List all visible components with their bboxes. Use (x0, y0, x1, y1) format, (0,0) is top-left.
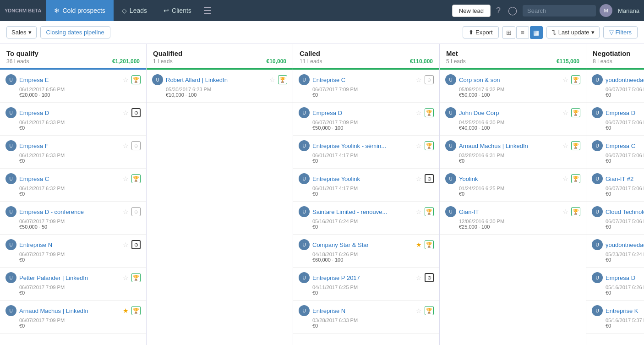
table-row[interactable]: U Robert Allard | LinkedIn ☆ 🏆 05/30/201… (147, 70, 293, 103)
star-icon[interactable]: ★ (416, 241, 422, 248)
table-row[interactable]: U Entreprise N ☆ ⊙ 06/07/2017 7:09 PM €0 (0, 235, 146, 268)
star-icon[interactable]: ☆ (562, 109, 568, 116)
star-icon[interactable]: ☆ (269, 76, 275, 83)
card-amount: €0 (299, 92, 434, 98)
bookmark-icon[interactable]: ◯ (506, 5, 519, 16)
table-row[interactable]: U Petter Palander | LinkedIn ☆ 🏆 06/07/2… (0, 268, 146, 301)
table-row[interactable]: U Empresa C ☆ 06/07/2017 5:06 PM €0 (586, 136, 644, 169)
star-icon[interactable]: ☆ (416, 274, 422, 281)
avatar: U (592, 239, 603, 250)
star-icon[interactable]: ☆ (416, 175, 422, 182)
star-icon[interactable]: ☆ (123, 274, 129, 281)
table-row[interactable]: U Gian-IT ☆ 🏆 12/06/2016 6:30 PM €25,000… (440, 202, 586, 235)
table-row[interactable]: U Empresa D ☆ 05/16/2017 6:26 PM €0 (586, 268, 644, 301)
star-icon[interactable]: ☆ (416, 208, 422, 215)
col-cards-qualified: U Robert Allard | LinkedIn ☆ 🏆 05/30/201… (147, 70, 293, 345)
sales-filter-button[interactable]: Sales ▾ (6, 26, 37, 38)
table-row[interactable]: U Empresa C ☆ 🏆 06/12/2017 6:32 PM €0 (0, 169, 146, 202)
star-icon[interactable]: ☆ (123, 208, 129, 215)
card-date: 05/16/2017 5:37 PM (592, 318, 644, 323)
card-name: youdontneedacrm (606, 241, 644, 248)
export-label: Export (475, 29, 493, 36)
star-icon[interactable]: ☆ (562, 208, 568, 215)
star-icon[interactable]: ☆ (123, 142, 129, 149)
trophy-icon: 🏆 (425, 240, 434, 249)
table-row[interactable]: U Saintare Limited - renouve... ☆ 🏆 05/1… (293, 202, 439, 235)
table-row[interactable]: U Entreprise Yoolink - sémin... ☆ 🏆 06/0… (293, 136, 439, 169)
card-date: 03/28/2017 6:33 PM (299, 318, 434, 323)
table-row[interactable]: U Arnaud Machus | LinkedIn ★ 🏆 06/07/201… (0, 301, 146, 334)
star-icon[interactable]: ★ (123, 307, 129, 314)
table-row[interactable]: U Empresa E ☆ 🏆 06/12/2017 6:56 PM €20,0… (0, 70, 146, 103)
table-row[interactable]: U John Doe Corp ☆ 🏆 04/25/2016 6:30 PM €… (440, 103, 586, 136)
table-row[interactable]: U Entreprise P 2017 ☆ ⊙ 04/11/2017 6:25 … (293, 268, 439, 301)
card-name: Empresa C (19, 175, 120, 182)
table-row[interactable]: U youdontneedacrm ☆ 05/23/2017 6:24 PM €… (586, 235, 644, 268)
star-icon[interactable]: ☆ (562, 175, 568, 182)
tab-leads[interactable]: ◇ Leads (114, 0, 155, 21)
table-row[interactable]: U Arnaud Machus | LinkedIn ☆ 🏆 03/28/201… (440, 136, 586, 169)
card-amount: €0 (445, 158, 580, 164)
new-lead-button[interactable]: New lead (452, 5, 491, 17)
sort-label: Last update (558, 29, 589, 36)
pipeline-button[interactable]: Closing dates pipeline (40, 26, 110, 38)
tab-cold-prospects[interactable]: ❄ Cold prospects (46, 0, 113, 21)
table-row[interactable]: U Entreprise Yoolink ☆ ⊙ 06/01/2017 4:17… (293, 169, 439, 202)
col-title: Met (446, 49, 579, 57)
table-row[interactable]: U Entreprise N ☆ 🏆 03/28/2017 6:33 PM €0 (293, 301, 439, 334)
tab-clients[interactable]: ↩ Clients (155, 0, 200, 21)
star-icon[interactable]: ☆ (562, 142, 568, 149)
card-amount: €0 (5, 323, 141, 329)
table-row[interactable]: U youdontneedacrm ☆ 06/07/2017 5:06 PM €… (586, 70, 644, 103)
card-date: 06/12/2017 6:33 PM (5, 120, 141, 125)
table-row[interactable]: U Empresa D ☆ 06/07/2017 5:06 PM €0 (586, 103, 644, 136)
trophy-icon: 🏆 (425, 306, 434, 315)
table-row[interactable]: U Entreprise C ☆ ☺ 06/07/2017 7:09 PM €0 (293, 70, 439, 103)
help-icon[interactable]: ? (494, 6, 502, 16)
card-name: Gian-IT (459, 208, 560, 215)
search-input[interactable] (523, 5, 596, 16)
col-cards-negotiation: U youdontneedacrm ☆ 06/07/2017 5:06 PM €… (586, 70, 644, 345)
table-row[interactable]: U Gian-IT #2 ☆ 06/07/2017 5:06 PM €0 (586, 169, 644, 202)
trophy-icon: 🏆 (571, 75, 580, 84)
col-header-negotiation: Negotiation 8 Leads (586, 44, 644, 70)
star-icon[interactable]: ☆ (416, 76, 422, 83)
table-row[interactable]: U Empresa D - conference ☆ ☺ 06/07/2017 … (0, 202, 146, 235)
export-button[interactable]: ⬆ Export (463, 26, 499, 38)
card-name: Empresa C (606, 142, 644, 149)
table-row[interactable]: U Corp son & son ☆ 🏆 05/09/2017 6:32 PM … (440, 70, 586, 103)
chart-view-button[interactable]: ▦ (530, 26, 543, 39)
star-icon[interactable]: ☆ (123, 109, 129, 116)
table-row[interactable]: U Company Star & Star ★ 🏆 04/18/2017 6:2… (293, 235, 439, 268)
star-icon[interactable]: ☆ (416, 142, 422, 149)
star-icon[interactable]: ☆ (416, 109, 422, 116)
filters-button[interactable]: ▽ Filters (603, 26, 638, 38)
more-menu-icon[interactable]: ☰ (200, 5, 215, 16)
table-row[interactable]: U Entreprise K ☆ 05/16/2017 5:37 PM €0 (586, 301, 644, 334)
trophy-icon: 🏆 (571, 108, 580, 117)
sort-button[interactable]: ⇅ Last update ▾ (546, 26, 600, 38)
card-amount: €60,000 · 100 (299, 257, 434, 263)
table-row[interactable]: U Yoolink ☆ 🏆 01/24/2016 6:25 PM €0 (440, 169, 586, 202)
avatar[interactable]: M (600, 4, 612, 17)
grid-view-button[interactable]: ⊞ (502, 26, 515, 39)
card-date: 05/16/2017 6:26 PM (592, 285, 644, 290)
table-row[interactable]: U Cloud Technology ☆ 06/07/2017 5:06 PM … (586, 202, 644, 235)
table-row[interactable]: U Empresa D ☆ 🏆 06/07/2017 7:09 PM €50,0… (293, 103, 439, 136)
table-row[interactable]: U Empresa D ☆ ⊙ 06/12/2017 6:33 PM €0 (0, 103, 146, 136)
star-icon[interactable]: ☆ (123, 175, 129, 182)
list-view-button[interactable]: ≡ (516, 26, 529, 39)
card-date: 01/24/2016 6:25 PM (445, 186, 580, 191)
table-row[interactable]: U Empresa F ☆ ☺ 06/12/2017 6:33 PM €0 (0, 136, 146, 169)
star-icon[interactable]: ☆ (562, 76, 568, 83)
avatar: U (5, 305, 16, 316)
card-date: 04/18/2017 6:26 PM (299, 252, 434, 257)
avatar: U (299, 74, 310, 85)
topnav-actions: New lead ? ◯ M Mariana (452, 4, 639, 17)
card-name: Entreprise N (19, 241, 120, 248)
card-amount: €50,000 · 50 (5, 224, 141, 230)
star-icon[interactable]: ☆ (123, 241, 129, 248)
card-name: Entreprise Yoolink - sémin... (312, 142, 413, 149)
star-icon[interactable]: ☆ (416, 307, 422, 314)
star-icon[interactable]: ☆ (123, 76, 129, 83)
